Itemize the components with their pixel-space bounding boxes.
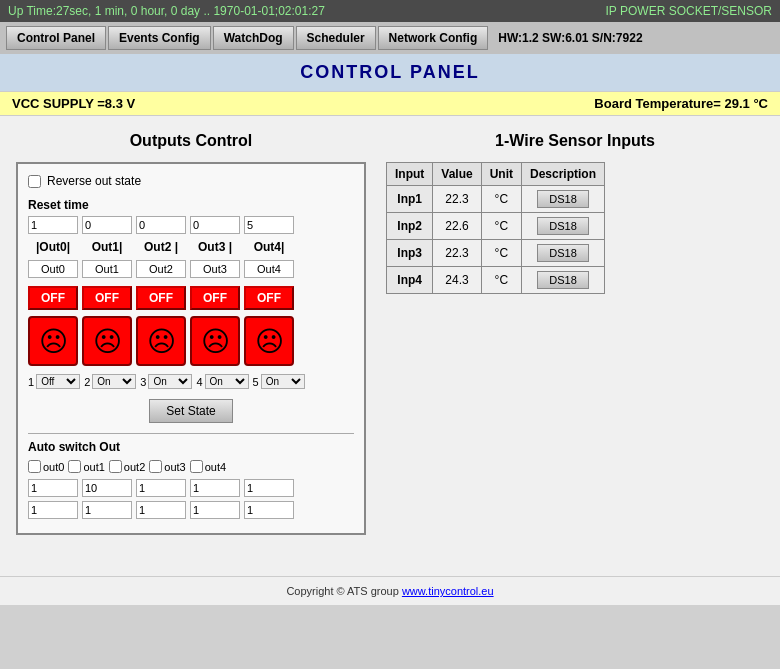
ds18-btn-0[interactable]: DS18 — [537, 190, 589, 208]
auto-checkbox-4[interactable] — [190, 460, 203, 473]
out-name-3[interactable] — [190, 260, 240, 278]
auto-checkbox-2[interactable] — [109, 460, 122, 473]
socket-icons: ☹ ☹ ☹ ☹ ☹ — [28, 316, 354, 366]
ds18-btn-1[interactable]: DS18 — [537, 217, 589, 235]
sensor-col-desc: Description — [522, 163, 605, 186]
top-bar: Up Time:27sec, 1 min, 0 hour, 0 day .. 1… — [0, 0, 780, 22]
off-btn-1[interactable]: OFF — [82, 286, 132, 310]
nav-control-panel[interactable]: Control Panel — [6, 26, 106, 50]
hw-info: HW:1.2 SW:6.01 S/N:7922 — [498, 31, 642, 45]
auto-input-row2-3[interactable] — [190, 501, 240, 519]
off-btn-0[interactable]: OFF — [28, 286, 78, 310]
out-label-0: |Out0| — [28, 240, 78, 254]
sensor-desc-0: DS18 — [522, 186, 605, 213]
footer-link[interactable]: www.tinycontrol.eu — [402, 585, 494, 597]
auto-input-row2-0[interactable] — [28, 501, 78, 519]
device-text: IP POWER SOCKET/SENSOR — [606, 4, 772, 18]
ds18-btn-2[interactable]: DS18 — [537, 244, 589, 262]
socket-icon-1[interactable]: ☹ — [82, 316, 132, 366]
reset-input-0[interactable] — [28, 216, 78, 234]
sensor-row-2: Inp3 22.3 °C DS18 — [387, 240, 605, 267]
sensor-header-row: Input Value Unit Description — [387, 163, 605, 186]
auto-check-label-2: out2 — [124, 461, 145, 473]
reset-input-1[interactable] — [82, 216, 132, 234]
out-name-4[interactable] — [244, 260, 294, 278]
auto-checkbox-1[interactable] — [68, 460, 81, 473]
auto-check-4: out4 — [190, 460, 226, 473]
vcc-bar: VCC SUPPLY =8.3 V Board Temperature= 29.… — [0, 91, 780, 116]
auto-input-row1-1[interactable] — [82, 479, 132, 497]
state-label-2: 3 — [140, 376, 146, 388]
outputs-panel: Outputs Control Reverse out state Reset … — [16, 132, 366, 560]
auto-checkboxes: out0 out1 out2 out3 out4 — [28, 460, 354, 473]
reset-inputs — [28, 216, 354, 234]
auto-input-row1-3[interactable] — [190, 479, 240, 497]
sensor-value-1: 22.6 — [433, 213, 481, 240]
out-name-0[interactable] — [28, 260, 78, 278]
reset-input-3[interactable] — [190, 216, 240, 234]
auto-check-label-3: out3 — [164, 461, 185, 473]
sensor-unit-2: °C — [481, 240, 521, 267]
ds18-btn-3[interactable]: DS18 — [537, 271, 589, 289]
auto-input-row2-1[interactable] — [82, 501, 132, 519]
sensor-title: 1-Wire Sensor Inputs — [386, 132, 764, 150]
out-name-1[interactable] — [82, 260, 132, 278]
state-select-2[interactable]: OffOn — [148, 374, 192, 389]
socket-icon-0[interactable]: ☹ — [28, 316, 78, 366]
socket-icon-4[interactable]: ☹ — [244, 316, 294, 366]
sensor-inp-label-2: Inp3 — [387, 240, 433, 267]
out-label-4: Out4| — [244, 240, 294, 254]
out-label-1: Out1| — [82, 240, 132, 254]
off-btn-2[interactable]: OFF — [136, 286, 186, 310]
nav-network-config[interactable]: Network Config — [378, 26, 489, 50]
auto-input-row2-4[interactable] — [244, 501, 294, 519]
auto-input-row1-0[interactable] — [28, 479, 78, 497]
footer-text: Copyright © ATS group — [286, 585, 402, 597]
board-temperature: Board Temperature= 29.1 °C — [594, 96, 768, 111]
state-item-1: 2 OffOn — [84, 374, 136, 389]
set-state-row: Set State — [28, 399, 354, 423]
auto-checkbox-3[interactable] — [149, 460, 162, 473]
divider — [28, 433, 354, 434]
auto-input-row2-2[interactable] — [136, 501, 186, 519]
off-buttons: OFF OFF OFF OFF OFF — [28, 286, 354, 310]
outputs-title: Outputs Control — [16, 132, 366, 150]
set-state-button[interactable]: Set State — [149, 399, 232, 423]
nav-scheduler[interactable]: Scheduler — [296, 26, 376, 50]
auto-check-1: out1 — [68, 460, 104, 473]
state-select-0[interactable]: OffOn — [36, 374, 80, 389]
nav-events-config[interactable]: Events Config — [108, 26, 211, 50]
state-label-1: 2 — [84, 376, 90, 388]
state-select-1[interactable]: OffOn — [92, 374, 136, 389]
auto-input-row1-4[interactable] — [244, 479, 294, 497]
state-label-0: 1 — [28, 376, 34, 388]
sensor-inp-label-0: Inp1 — [387, 186, 433, 213]
reverse-row: Reverse out state — [28, 174, 354, 188]
socket-icon-2[interactable]: ☹ — [136, 316, 186, 366]
page-title: CONTROL PANEL — [0, 54, 780, 91]
off-btn-3[interactable]: OFF — [190, 286, 240, 310]
sensor-col-input: Input — [387, 163, 433, 186]
reverse-checkbox[interactable] — [28, 175, 41, 188]
socket-icon-3[interactable]: ☹ — [190, 316, 240, 366]
main-content: Outputs Control Reverse out state Reset … — [0, 116, 780, 576]
state-select-4[interactable]: OffOn — [261, 374, 305, 389]
sensor-row-0: Inp1 22.3 °C DS18 — [387, 186, 605, 213]
reset-input-2[interactable] — [136, 216, 186, 234]
sensor-table: Input Value Unit Description Inp1 22.3 °… — [386, 162, 605, 294]
reset-input-4[interactable] — [244, 216, 294, 234]
auto-inputs-row-1 — [28, 479, 354, 497]
auto-check-label-0: out0 — [43, 461, 64, 473]
auto-checkbox-0[interactable] — [28, 460, 41, 473]
sensor-col-unit: Unit — [481, 163, 521, 186]
auto-inputs-row-2 — [28, 501, 354, 519]
sensor-panel: 1-Wire Sensor Inputs Input Value Unit De… — [386, 132, 764, 560]
sensor-row-3: Inp4 24.3 °C DS18 — [387, 267, 605, 294]
out-name-2[interactable] — [136, 260, 186, 278]
state-item-3: 4 OffOn — [196, 374, 248, 389]
state-select-3[interactable]: OffOn — [205, 374, 249, 389]
off-btn-4[interactable]: OFF — [244, 286, 294, 310]
auto-input-row1-2[interactable] — [136, 479, 186, 497]
nav-watchdog[interactable]: WatchDog — [213, 26, 294, 50]
nav-bar: Control Panel Events Config WatchDog Sch… — [0, 22, 780, 54]
